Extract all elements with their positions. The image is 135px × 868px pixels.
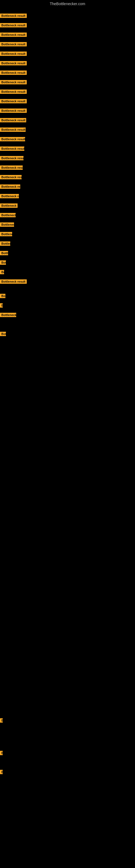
bottleneck-badge-13: Bottleneck result [0,127,26,132]
bottleneck-badge-16: Bottleneck result [0,156,24,160]
bottleneck-badge-18: Bottleneck result [0,175,21,179]
site-title: TheBottlenecker.com [0,0,135,8]
bottleneck-badge-10: Bottleneck result [0,99,27,103]
bottleneck-badge-14: Bottleneck result [0,137,25,141]
badges-container: Bottleneck resultBottleneck resultBottle… [0,8,135,868]
bottleneck-badge-36: Bottleneck result [0,770,3,774]
bottleneck-badge-19: Bottleneck result [0,184,20,189]
bottleneck-badge-31: Bottleneck result [0,303,3,308]
bottleneck-badge-7: Bottleneck result [0,70,27,75]
bottleneck-badge-9: Bottleneck result [0,90,27,94]
bottleneck-badge-26: Bottleneck result [0,251,8,255]
bottleneck-badge-24: Bottleneck result [0,232,12,236]
bottleneck-badge-35: Bottleneck result [0,751,3,755]
bottleneck-badge-27: Bottleneck result [0,260,6,265]
bottleneck-badge-12: Bottleneck result [0,118,26,122]
bottleneck-badge-22: Bottleneck result [0,213,16,217]
bottleneck-badge-1: Bottleneck result [0,13,27,18]
bottleneck-badge-3: Bottleneck result [0,33,27,37]
page-wrapper: TheBottlenecker.com Bottleneck resultBot… [0,0,135,868]
bottleneck-badge-21: Bottleneck result [0,204,17,208]
bottleneck-badge-6: Bottleneck result [0,61,27,65]
bottleneck-badge-25: Bottleneck result [0,241,10,246]
bottleneck-badge-17: Bottleneck result [0,165,23,170]
bottleneck-badge-30: Bottleneck result [0,294,5,298]
bottleneck-badge-32: Bottleneck result [0,313,16,317]
bottleneck-badge-15: Bottleneck result [0,147,24,151]
bottleneck-badge-11: Bottleneck result [0,108,27,113]
bottleneck-badge-2: Bottleneck result [0,23,27,27]
bottleneck-badge-29: Bottleneck result [0,279,27,284]
bottleneck-badge-8: Bottleneck result [0,80,27,84]
bottleneck-badge-20: Bottleneck result [0,194,19,198]
bottleneck-badge-23: Bottleneck result [0,222,14,227]
bottleneck-badge-28: Bottleneck result [0,270,4,274]
bottleneck-badge-33: Bottleneck result [0,332,6,336]
bottleneck-badge-4: Bottleneck result [0,42,27,46]
bottleneck-badge-34: Bottleneck result [0,718,3,723]
bottleneck-badge-5: Bottleneck result [0,52,27,56]
